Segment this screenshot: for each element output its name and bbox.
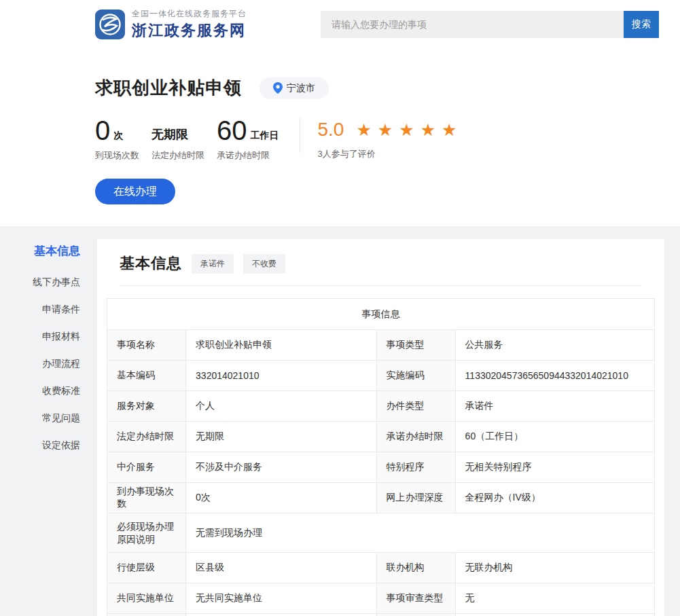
field-label: 行使层级 bbox=[107, 553, 186, 583]
location-pill[interactable]: 宁波市 bbox=[260, 77, 329, 99]
stat-label: 承诺办结时限 bbox=[217, 149, 279, 162]
field-value: 无 bbox=[455, 583, 654, 614]
field-label: 事项审查类型 bbox=[376, 583, 455, 614]
table-row: 事项名称求职创业补贴申领事项类型公共服务 bbox=[107, 330, 655, 361]
search-button[interactable]: 搜索 bbox=[624, 11, 659, 38]
content-band: 基本信息线下办事点申请条件申报材料办理流程收费标准常见问题设定依据 基本信息 承… bbox=[0, 226, 680, 616]
field-value: 无期限 bbox=[186, 422, 376, 452]
page-title: 求职创业补贴申领 bbox=[95, 76, 242, 100]
stat-onsite-visits: 0 次 到现场次数 bbox=[95, 117, 139, 162]
logo[interactable]: 全国一体化在线政务服务平台 浙江政务服务网 bbox=[95, 8, 247, 41]
field-value: 区县级 bbox=[186, 553, 376, 583]
table-row: 法定办结时限无期限承诺办结时限60（工作日） bbox=[107, 422, 655, 452]
field-value: 无联办机构 bbox=[455, 553, 654, 583]
field-value: 60（工作日） bbox=[455, 422, 654, 452]
field-label: 中介服务 bbox=[107, 452, 186, 483]
location-label: 宁波市 bbox=[287, 82, 315, 94]
table-row-partial bbox=[107, 614, 655, 616]
online-apply-button[interactable]: 在线办理 bbox=[95, 179, 175, 204]
sidebar-item-link[interactable]: 收费标准 bbox=[0, 385, 97, 396]
field-value: 不涉及中介服务 bbox=[186, 452, 376, 483]
field-value: 无相关特别程序 bbox=[455, 452, 654, 483]
site-name: 浙江政务服务网 bbox=[132, 20, 247, 41]
table-row: 基本编码332014021010实施编码11330204573656509443… bbox=[107, 361, 655, 391]
field-label: 服务对象 bbox=[107, 391, 186, 422]
field-label: 法定办结时限 bbox=[107, 422, 186, 452]
service-info-table: 事项信息 事项名称求职创业补贴申领事项类型公共服务基本编码33201402101… bbox=[107, 298, 655, 616]
site-logo-icon bbox=[95, 10, 125, 39]
table-title: 事项信息 bbox=[107, 299, 655, 330]
field-label: 联办机构 bbox=[376, 553, 455, 583]
site-tagline: 全国一体化在线政务服务平台 bbox=[132, 8, 247, 20]
search-input[interactable] bbox=[321, 11, 624, 38]
field-label: 网上办理深度 bbox=[376, 483, 455, 513]
sidebar-item-link[interactable]: 线下办事点 bbox=[0, 276, 97, 287]
stat-unit: 工作日 bbox=[251, 129, 279, 142]
logo-text: 全国一体化在线政务服务平台 浙江政务服务网 bbox=[132, 8, 247, 41]
stat-label: 到现场次数 bbox=[95, 149, 139, 162]
field-label: 承诺办结时限 bbox=[376, 422, 455, 452]
field-label: 特别程序 bbox=[376, 452, 455, 483]
field-label bbox=[376, 614, 455, 616]
field-value bbox=[455, 614, 654, 616]
sidebar-item-link[interactable]: 申报材料 bbox=[0, 331, 97, 342]
table-row: 行使层级区县级联办机构无联办机构 bbox=[107, 553, 655, 583]
section-divider bbox=[120, 285, 642, 286]
stats-divider bbox=[300, 117, 300, 153]
table-row: 到办事现场次数0次网上办理深度全程网办（IV级） bbox=[107, 483, 655, 513]
field-value: 求职创业补贴申领 bbox=[186, 330, 376, 361]
field-value: 0次 bbox=[186, 483, 376, 513]
stat-value: 60 bbox=[217, 119, 247, 142]
field-label: 共同实施单位 bbox=[107, 583, 186, 614]
search-bar: 搜索 bbox=[321, 11, 659, 38]
basic-info-card: 基本信息 承诺件不收费 事项信息 事项名称求职创业补贴申领事项类型公共服务基本编… bbox=[97, 239, 664, 616]
field-value: 承诺件 bbox=[455, 391, 654, 422]
field-label: 基本编码 bbox=[107, 361, 186, 391]
stat-value: 无期限 bbox=[151, 127, 188, 142]
rating-block: 5.0 ★★★★★ 3人参与了评价 bbox=[318, 117, 463, 160]
rating-participants: 3人参与了评价 bbox=[318, 148, 463, 160]
field-value: 332014021010 bbox=[186, 361, 376, 391]
field-value: 1133020457365650944332014021010 bbox=[455, 361, 654, 391]
service-tag: 不收费 bbox=[243, 254, 285, 274]
field-value: 无共同实施单位 bbox=[186, 583, 376, 614]
field-label: 办件类型 bbox=[376, 391, 455, 422]
header: 全国一体化在线政务服务平台 浙江政务服务网 搜索 bbox=[0, 0, 680, 49]
sidebar-item-active[interactable]: 基本信息 bbox=[0, 244, 97, 258]
rating-score: 5.0 bbox=[318, 119, 344, 141]
field-label: 必须现场办理原因说明 bbox=[107, 513, 186, 553]
field-value: 公共服务 bbox=[455, 330, 654, 361]
sidebar-item-link[interactable]: 申请条件 bbox=[0, 304, 97, 314]
field-label: 实施编码 bbox=[376, 361, 455, 391]
field-label: 事项名称 bbox=[107, 330, 186, 361]
sidebar-item-link[interactable]: 常见问题 bbox=[0, 412, 97, 423]
service-hero: 求职创业补贴申领 宁波市 0 次 到现场次数 无期限 法定办结时限 60 bbox=[0, 49, 680, 226]
stat-value: 0 bbox=[95, 119, 110, 142]
table-row: 必须现场办理原因说明无需到现场办理 bbox=[107, 513, 655, 553]
service-tag: 承诺件 bbox=[192, 254, 234, 274]
field-value bbox=[186, 614, 376, 616]
stats-row: 0 次 到现场次数 无期限 法定办结时限 60 工作日 承诺办结时限 5.0 ★… bbox=[95, 117, 680, 162]
table-row: 中介服务不涉及中介服务特别程序无相关特别程序 bbox=[107, 452, 655, 483]
sidebar-item-link[interactable]: 设定依据 bbox=[0, 439, 97, 450]
field-label: 到办事现场次数 bbox=[107, 483, 186, 513]
sidebar-item-link[interactable]: 办理流程 bbox=[0, 358, 97, 369]
field-value: 无需到现场办理 bbox=[186, 513, 655, 553]
field-label: 事项类型 bbox=[376, 330, 455, 361]
stat-promised-deadline: 60 工作日 承诺办结时限 bbox=[217, 117, 279, 162]
table-row: 服务对象个人办件类型承诺件 bbox=[107, 391, 655, 422]
stat-label: 法定办结时限 bbox=[151, 149, 204, 162]
section-title: 基本信息 bbox=[120, 253, 182, 274]
table-row: 共同实施单位无共同实施单位事项审查类型无 bbox=[107, 583, 655, 614]
stat-unit: 次 bbox=[113, 129, 123, 142]
service-tags: 承诺件不收费 bbox=[182, 254, 285, 274]
sidebar-nav: 基本信息线下办事点申请条件申报材料办理流程收费标准常见问题设定依据 bbox=[0, 226, 97, 467]
rating-stars: ★★★★★ bbox=[356, 120, 463, 140]
field-value: 全程网办（IV级） bbox=[455, 483, 654, 513]
stat-legal-deadline: 无期限 法定办结时限 bbox=[151, 117, 204, 162]
field-value: 个人 bbox=[186, 391, 376, 422]
table-body: 事项名称求职创业补贴申领事项类型公共服务基本编码332014021010实施编码… bbox=[107, 330, 655, 616]
location-pin-icon bbox=[273, 82, 283, 94]
field-label bbox=[107, 614, 186, 616]
